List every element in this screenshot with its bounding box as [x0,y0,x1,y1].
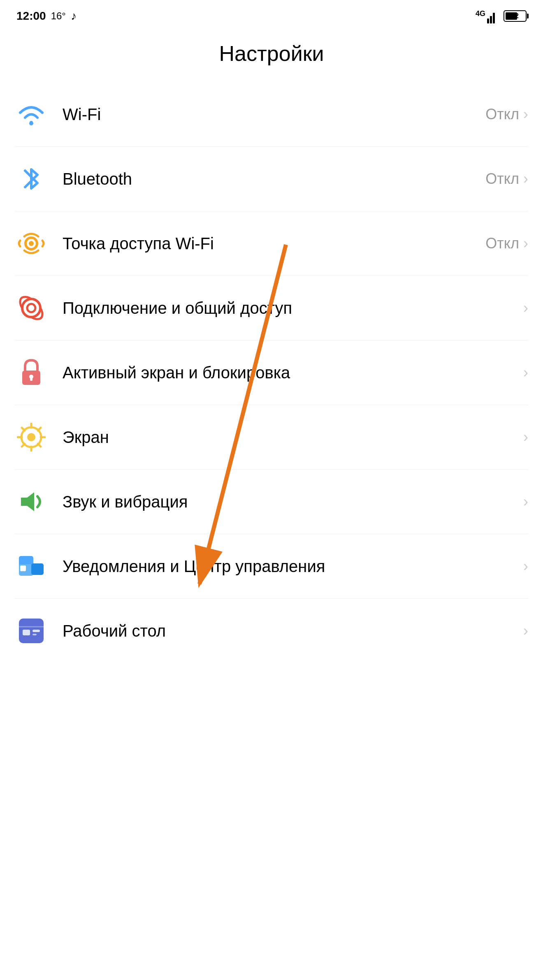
sound-icon-wrap [15,485,48,518]
display-chevron: › [523,429,528,446]
settings-item-desktop[interactable]: Рабочий стол › [15,599,528,663]
display-chevron-icon: › [523,429,528,446]
desktop-chevron-icon: › [523,622,528,639]
status-time: 12:00 [16,9,46,23]
display-label: Экран [63,428,109,446]
notifications-label-wrap: Уведомления и Центр управления [63,556,523,577]
connection-label: Подключение и общий доступ [63,299,292,317]
bluetooth-status: Откл › [485,170,528,188]
bluetooth-icon-wrap [15,162,48,195]
signal-icon: 4G [476,9,497,23]
desktop-label-wrap: Рабочий стол [63,620,523,642]
sound-label: Звук и вибрация [63,493,188,511]
svg-rect-25 [20,565,26,571]
settings-item-lockscreen[interactable]: Активный экран и блокировка › [15,341,528,405]
bluetooth-chevron-icon: › [523,170,528,188]
battery-icon: 52 [504,10,527,22]
svg-line-18 [22,428,25,431]
sound-chevron: › [523,493,528,510]
status-temp: 16° [51,10,66,22]
settings-item-hotspot[interactable]: Точка доступа Wi-Fi Откл › [15,211,528,276]
wifi-label: Wi-Fi [63,105,101,123]
status-bar: 12:00 16° ♪ 4G 52 [0,0,543,29]
notifications-chevron: › [523,558,528,575]
settings-list: Wi-Fi Откл › Bluetooth Откл › [0,82,543,663]
page-title: Настройки [0,29,543,82]
tiktok-icon: ♪ [71,9,77,23]
svg-rect-2 [490,16,492,23]
svg-text:4G: 4G [476,9,485,18]
lock-icon [19,358,44,387]
notifications-chevron-icon: › [523,558,528,575]
hotspot-chevron-icon: › [523,235,528,252]
hotspot-icon [17,229,46,258]
wifi-status: Откл › [485,106,528,123]
bluetooth-label-wrap: Bluetooth [63,168,485,190]
svg-point-7 [22,299,40,317]
svg-line-20 [38,428,41,431]
notifications-label: Уведомления и Центр управления [63,557,325,575]
connection-icon [17,294,46,322]
svg-rect-1 [487,19,489,23]
sound-chevron-icon: › [523,493,528,510]
battery-level: 52 [511,12,519,20]
svg-line-21 [22,444,25,447]
lockscreen-chevron-icon: › [523,364,528,381]
svg-rect-29 [32,630,40,632]
svg-rect-30 [32,634,37,635]
svg-rect-3 [493,13,495,23]
wifi-status-text: Откл [485,106,519,123]
lockscreen-label: Активный экран и блокировка [63,364,290,382]
lockscreen-chevron: › [523,364,528,381]
desktop-chevron: › [523,622,528,639]
desktop-label: Рабочий стол [63,622,166,640]
bluetooth-label: Bluetooth [63,170,132,188]
display-label-wrap: Экран [63,426,523,448]
wifi-label-wrap: Wi-Fi [63,104,485,125]
settings-item-wifi[interactable]: Wi-Fi Откл › [15,82,528,147]
settings-item-bluetooth[interactable]: Bluetooth Откл › [15,147,528,211]
battery-tip [527,14,529,19]
hotspot-label-wrap: Точка доступа Wi-Fi [63,233,485,254]
wifi-chevron-icon: › [523,106,528,123]
connection-chevron: › [523,299,528,317]
notifications-icon [17,552,46,581]
status-right: 4G 52 [476,9,527,23]
status-left: 12:00 16° ♪ [16,9,77,23]
svg-rect-11 [30,377,32,381]
notifications-icon-wrap [15,550,48,583]
svg-point-4 [29,121,33,125]
svg-point-13 [27,433,35,441]
settings-item-notifications[interactable]: Уведомления и Центр управления › [15,534,528,599]
lockscreen-label-wrap: Активный экран и блокировка [63,362,523,383]
sound-label-wrap: Звук и вибрация [63,491,523,512]
hotspot-label: Точка доступа Wi-Fi [63,234,214,253]
settings-item-connection[interactable]: Подключение и общий доступ › [15,276,528,341]
lockscreen-icon-wrap [15,356,48,389]
hotspot-status-text: Откл [485,235,519,252]
screen-icon [17,423,46,452]
hotspot-status: Откл › [485,235,528,252]
connection-icon-wrap [15,292,48,324]
connection-chevron-icon: › [523,299,528,317]
display-icon-wrap [15,421,48,454]
desktop-icon-wrap [15,614,48,647]
desktop-icon [17,616,46,645]
svg-marker-22 [21,492,34,511]
bluetooth-status-text: Откл [485,170,519,188]
hotspot-icon-wrap [15,227,48,260]
wifi-icon-wrap [15,98,48,131]
settings-item-display[interactable]: Экран › [15,405,528,470]
svg-line-19 [38,444,41,447]
svg-rect-28 [23,630,30,635]
svg-point-8 [27,304,35,312]
sound-icon [17,487,46,516]
svg-rect-26 [31,563,44,575]
wifi-icon [17,102,46,127]
svg-point-6 [29,241,34,246]
connection-label-wrap: Подключение и общий доступ [63,297,523,319]
settings-item-sound[interactable]: Звук и вибрация › [15,470,528,534]
bluetooth-icon [21,164,42,193]
